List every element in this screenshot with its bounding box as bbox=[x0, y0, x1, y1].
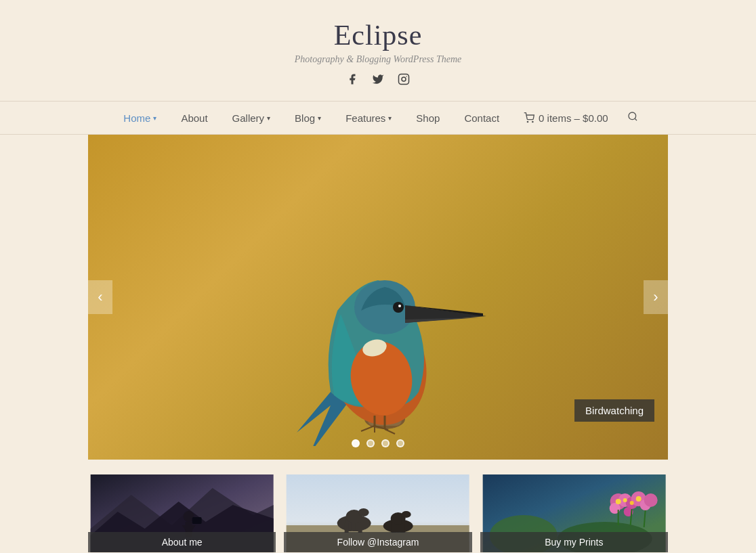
slider-prev-button[interactable]: ‹ bbox=[88, 280, 112, 314]
svg-point-3 bbox=[527, 121, 528, 122]
slider-label: Birdwatching bbox=[574, 399, 654, 422]
slider-dot-2[interactable] bbox=[366, 439, 375, 447]
thumb-label-2: Follow @Instagram bbox=[284, 532, 471, 552]
hero-slider: ‹ › Birdwatching bbox=[88, 135, 668, 460]
social-icons bbox=[0, 73, 756, 89]
nav-features[interactable]: Features ▾ bbox=[333, 103, 404, 133]
svg-point-14 bbox=[398, 305, 401, 307]
slider-next-button[interactable]: › bbox=[644, 280, 668, 314]
svg-line-6 bbox=[635, 118, 637, 120]
site-header: Eclipse Photography & Blogging WordPress… bbox=[0, 0, 756, 89]
svg-point-56 bbox=[629, 501, 633, 505]
thumbnail-prints[interactable]: Buy my Prints bbox=[480, 474, 668, 552]
svg-rect-26 bbox=[192, 517, 202, 524]
slider-dot-1[interactable] bbox=[352, 439, 360, 447]
search-button[interactable] bbox=[621, 102, 645, 134]
chevron-down-icon: ▾ bbox=[388, 114, 392, 122]
nav-bar: Home ▾ About Gallery ▾ Blog ▾ Features ▾… bbox=[0, 101, 756, 135]
hero-bird-image bbox=[243, 148, 513, 446]
svg-point-36 bbox=[358, 508, 369, 516]
svg-point-13 bbox=[393, 302, 404, 313]
facebook-icon[interactable] bbox=[346, 73, 358, 89]
nav-gallery[interactable]: Gallery ▾ bbox=[220, 103, 283, 133]
nav-about[interactable]: About bbox=[169, 103, 219, 133]
slider-dot-4[interactable] bbox=[396, 439, 404, 447]
svg-point-4 bbox=[532, 121, 533, 122]
twitter-icon[interactable] bbox=[372, 73, 384, 89]
svg-rect-33 bbox=[358, 523, 362, 533]
svg-point-1 bbox=[402, 77, 406, 81]
thumb-label-3: Buy my Prints bbox=[480, 532, 668, 552]
cart-icon bbox=[524, 112, 534, 123]
slider-dots bbox=[352, 439, 404, 447]
search-icon bbox=[627, 111, 638, 122]
svg-point-42 bbox=[402, 511, 411, 518]
svg-point-2 bbox=[406, 76, 407, 77]
nav-shop[interactable]: Shop bbox=[404, 103, 452, 133]
site-tagline: Photography & Blogging WordPress Theme bbox=[0, 54, 756, 65]
nav-blog[interactable]: Blog ▾ bbox=[282, 103, 333, 133]
nav-contact[interactable]: Contact bbox=[452, 103, 511, 133]
svg-point-55 bbox=[623, 498, 627, 502]
nav-cart[interactable]: 0 items – $0.00 bbox=[511, 103, 621, 133]
thumb-label-1: About me bbox=[88, 532, 276, 552]
chevron-down-icon: ▾ bbox=[318, 114, 321, 122]
slider-dot-3[interactable] bbox=[381, 439, 390, 447]
svg-point-51 bbox=[644, 493, 657, 507]
chevron-down-icon: ▾ bbox=[153, 114, 156, 122]
svg-line-20 bbox=[385, 429, 395, 434]
svg-rect-32 bbox=[345, 523, 349, 533]
nav-home[interactable]: Home ▾ bbox=[111, 103, 169, 133]
svg-point-57 bbox=[635, 496, 641, 502]
thumbnail-about-me[interactable]: About me bbox=[88, 474, 276, 552]
svg-rect-0 bbox=[399, 74, 409, 85]
chevron-down-icon: ▾ bbox=[267, 114, 270, 122]
svg-point-5 bbox=[629, 112, 636, 120]
thumbnail-row: About me bbox=[88, 474, 668, 552]
svg-line-16 bbox=[361, 426, 375, 431]
site-title: Eclipse bbox=[0, 19, 756, 51]
thumbnail-instagram[interactable]: Follow @Instagram bbox=[284, 474, 471, 552]
svg-point-54 bbox=[615, 499, 621, 504]
instagram-icon[interactable] bbox=[398, 73, 410, 89]
